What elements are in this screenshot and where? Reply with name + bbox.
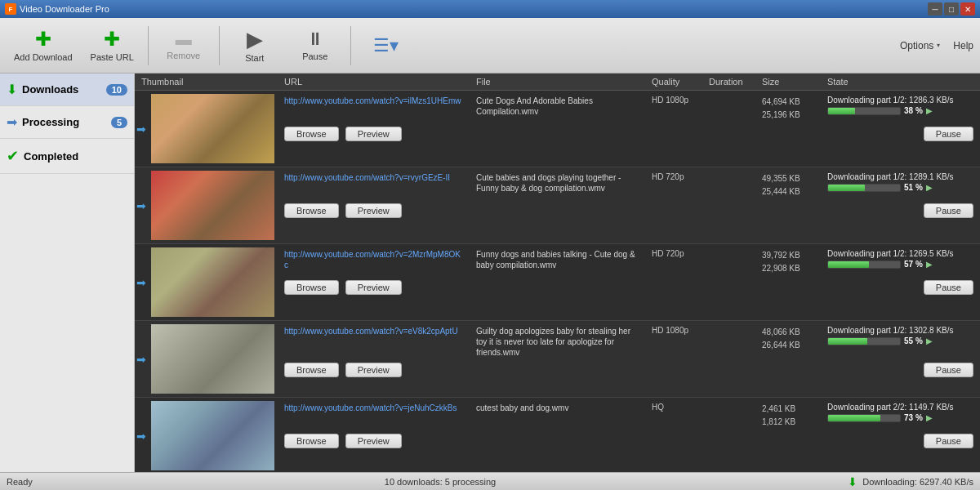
file-cell: Cute babies and dogs playing together - …: [470, 172, 645, 198]
remove-button[interactable]: ▬ Remove: [155, 22, 212, 69]
sidebar-item-completed[interactable]: ✔ Completed: [0, 139, 134, 174]
progress-container: 57 % ▶: [827, 260, 973, 269]
row-buttons: Browse Preview Pause: [278, 430, 980, 453]
row-pause-button[interactable]: Pause: [924, 127, 973, 141]
preview-button[interactable]: Preview: [345, 203, 402, 218]
progress-percent: 38 %: [904, 106, 923, 115]
url-cell: http://www.youtube.com/watch?v=eV8k2cpAp…: [278, 326, 470, 358]
info-top: http://www.youtube.com/watch?v=rvyrGEzE-…: [278, 167, 980, 200]
progress-percent: 57 %: [904, 260, 923, 269]
download-row-main: ➡ http://www.youtube.com/watch?v=2MzrMpM…: [135, 244, 980, 320]
options-dropdown-icon: ▾: [937, 42, 940, 49]
info-top: http://www.youtube.com/watch?v=eV8k2cpAp…: [278, 321, 980, 359]
col-header-size: Size: [755, 77, 821, 87]
queue-button[interactable]: ☰▾: [358, 22, 415, 69]
state-cell: Downloading part 1/2: 1286.3 KB/s 38 % ▶: [821, 96, 980, 122]
browse-button[interactable]: Browse: [284, 363, 339, 377]
options-group[interactable]: Options ▾: [900, 40, 940, 51]
downloads-icon: ⬇: [7, 82, 17, 97]
col-header-file: File: [470, 77, 645, 87]
progress-fill: [828, 415, 880, 421]
progress-bar: [827, 337, 901, 345]
progress-bar: [827, 414, 901, 422]
browse-button[interactable]: Browse: [284, 280, 339, 295]
file-cell: Cute Dogs And Adorable Babies Compilatio…: [470, 96, 645, 122]
preview-button[interactable]: Preview: [345, 280, 402, 295]
minimize-button[interactable]: ─: [928, 2, 942, 16]
duration-cell: [702, 403, 755, 429]
duration-cell: [702, 326, 755, 358]
download-row: ➡ http://www.youtube.com/watch?v=jeNuhCz…: [135, 398, 980, 472]
sidebar-item-downloads[interactable]: ⬇ Downloads 10: [0, 74, 134, 106]
row-pause-button[interactable]: Pause: [924, 203, 973, 218]
progress-container: 38 % ▶: [827, 106, 973, 115]
row-arrow-icon: ➡: [135, 244, 148, 320]
browse-button[interactable]: Browse: [284, 203, 339, 218]
row-pause-button[interactable]: Pause: [924, 363, 973, 377]
row-arrow-icon: ➡: [135, 398, 148, 472]
thumbnail-cell: [148, 167, 278, 243]
progress-container: 73 % ▶: [827, 413, 973, 422]
help-label[interactable]: Help: [953, 40, 973, 51]
file-cell: cutest baby and dog.wmv: [470, 403, 645, 429]
progress-bar: [827, 107, 901, 115]
preview-button[interactable]: Preview: [345, 127, 402, 141]
remove-label: Remove: [167, 51, 200, 60]
row-arrow-icon: ➡: [135, 91, 148, 167]
start-button[interactable]: ▶ Start: [226, 22, 283, 69]
content-area: Thumbnail URL File Quality Duration Size…: [135, 74, 980, 472]
download-row: ➡ http://www.youtube.com/watch?v=eV8k2cp…: [135, 321, 980, 398]
size-cell: 2,461 KB 1,812 KB: [755, 403, 821, 429]
preview-button[interactable]: Preview: [345, 434, 402, 448]
start-label: Start: [245, 53, 264, 63]
quality-cell: HQ: [645, 403, 702, 429]
browse-button[interactable]: Browse: [284, 434, 339, 448]
state-speed: Downloading part 1/2: 1302.8 KB/s: [827, 326, 973, 335]
pause-button[interactable]: ⏸ Pause: [287, 22, 344, 69]
thumbnail-image: [151, 247, 274, 317]
file-cell: Funny dogs and babies talking - Cute dog…: [470, 249, 645, 275]
completed-icon: ✔: [7, 147, 19, 165]
row-pause-button[interactable]: Pause: [924, 280, 973, 295]
progress-arrow-icon: ▶: [926, 260, 933, 269]
maximize-button[interactable]: □: [944, 2, 959, 16]
titlebar-left: F Video Downloader Pro: [5, 3, 109, 15]
col-header-url: URL: [278, 77, 470, 87]
thumbnail-image: [151, 171, 274, 240]
processing-icon: ➡: [7, 114, 17, 130]
toolbar-right: Options ▾ Help: [900, 40, 973, 51]
downloads-label: Downloads: [22, 83, 101, 96]
progress-fill: [828, 261, 869, 268]
info-cell: http://www.youtube.com/watch?v=rvyrGEzE-…: [278, 167, 980, 243]
state-speed: Downloading part 2/2: 1149.7 KB/s: [827, 403, 973, 412]
row-buttons: Browse Preview Pause: [278, 359, 980, 382]
app-icon: F: [5, 3, 16, 15]
downloads-list: ➡ http://www.youtube.com/watch?v=ilMzs1U…: [135, 91, 980, 472]
toolbar: ✚ Add Download ✚ Paste URL ▬ Remove ▶ St…: [0, 18, 980, 74]
col-header-thumbnail: Thumbnail: [135, 77, 278, 87]
size-downloaded: 22,908 KB: [762, 262, 814, 275]
close-button[interactable]: ✕: [960, 2, 975, 16]
col-header-state: State: [821, 77, 980, 87]
paste-url-button[interactable]: ✚ Paste URL: [83, 22, 141, 69]
download-row: ➡ http://www.youtube.com/watch?v=rvyrGEz…: [135, 167, 980, 244]
browse-button[interactable]: Browse: [284, 127, 339, 141]
size-total: 49,355 KB: [762, 172, 814, 185]
state-cell: Downloading part 1/2: 1289.1 KB/s 51 % ▶: [821, 172, 980, 198]
state-speed: Downloading part 1/2: 1289.1 KB/s: [827, 172, 973, 181]
titlebar: F Video Downloader Pro ─ □ ✕: [0, 0, 980, 18]
size-total: 48,066 KB: [762, 326, 814, 339]
pause-label: Pause: [302, 51, 327, 61]
row-pause-button[interactable]: Pause: [924, 434, 973, 448]
duration-cell: [702, 96, 755, 122]
size-cell: 49,355 KB 25,444 KB: [755, 172, 821, 198]
sidebar-item-processing[interactable]: ➡ Processing 5: [0, 106, 134, 139]
app-title: Video Downloader Pro: [20, 4, 109, 14]
download-row-main: ➡ http://www.youtube.com/watch?v=rvyrGEz…: [135, 167, 980, 243]
thumbnail-cell: [148, 321, 278, 397]
add-download-button[interactable]: ✚ Add Download: [7, 22, 80, 69]
progress-container: 55 % ▶: [827, 336, 973, 345]
preview-button[interactable]: Preview: [345, 363, 402, 377]
remove-icon: ▬: [176, 31, 192, 47]
options-label[interactable]: Options: [900, 40, 933, 51]
